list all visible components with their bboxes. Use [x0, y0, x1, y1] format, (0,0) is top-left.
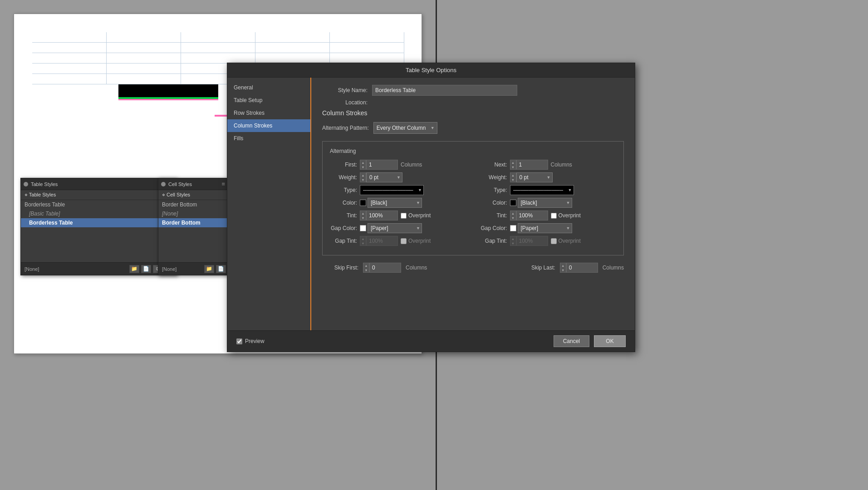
nav-item-general[interactable]: General: [227, 81, 310, 94]
cell-styles-item-border-header[interactable]: Border Bottom: [158, 200, 228, 209]
weight-row-1: Weight: ▲ ▼ 0 pt 0.25: [330, 172, 466, 182]
cancel-button[interactable]: Cancel: [554, 335, 589, 347]
cell-styles-item-none[interactable]: [None]: [158, 209, 228, 218]
gap-tint-spinner-1-down[interactable]: ▼: [360, 241, 366, 245]
next-spinner[interactable]: ▲ ▼: [510, 160, 516, 170]
tint-value-1-input[interactable]: [366, 211, 398, 220]
next-spinner-down[interactable]: ▼: [510, 165, 516, 169]
nav-item-table-setup[interactable]: Table Setup: [227, 94, 310, 107]
table-styles-item-borderless-header[interactable]: Borderless Table ⚡: [21, 200, 177, 209]
first-value-input[interactable]: [366, 160, 398, 170]
first-row: First: ▲ ▼ Columns: [330, 160, 466, 170]
weight-spinner-1-up[interactable]: ▲: [360, 173, 366, 177]
first-spinner-up[interactable]: ▲: [360, 160, 366, 165]
type-row-2: Type: ───────────── - - - - - - - ▼: [480, 185, 617, 195]
cell-styles-close-icon[interactable]: [161, 182, 166, 186]
weight-select-1[interactable]: 0 pt 0.25 pt 0.5 pt 1 pt: [366, 172, 402, 182]
skip-last-input[interactable]: [566, 263, 598, 273]
gap-color-select-2[interactable]: [Paper] [Black] [None]: [518, 223, 572, 233]
gap-color-swatch-2: [510, 225, 516, 231]
table-style-options-dialog: Table Style Options General Table Setup …: [227, 63, 635, 352]
load-styles-button[interactable]: 📁: [129, 265, 139, 273]
tint-spinner-1-down[interactable]: ▼: [360, 216, 366, 220]
tint-value-2-input[interactable]: [516, 211, 548, 220]
dialog-content-area: Style Name: Location: Column Strokes Alt…: [311, 78, 635, 330]
alternating-right-col: Next: ▲ ▼ Columns: [480, 160, 617, 249]
cell-styles-titlebar: Cell Styles ≡: [158, 178, 228, 190]
weight-label-2: Weight:: [480, 174, 507, 181]
preview-checkbox[interactable]: [236, 338, 242, 344]
next-row: Next: ▲ ▼ Columns: [480, 160, 617, 170]
gap-tint-row-2: Gap Tint: ▲ ▼ O: [480, 236, 617, 246]
color-select-2[interactable]: [Black] [Paper] [None]: [518, 198, 572, 208]
nav-item-fills[interactable]: Fills: [227, 132, 310, 145]
subheader-title: Table Styles: [29, 192, 56, 197]
next-value-input[interactable]: [516, 160, 548, 170]
tint-spinner-1[interactable]: ▲ ▼: [360, 211, 366, 220]
new-style-button[interactable]: 📄: [141, 265, 151, 273]
weight-select-2[interactable]: 0 pt 0.25 pt 0.5 pt: [516, 172, 553, 182]
skip-first-spinner-up[interactable]: ▲: [363, 263, 369, 268]
cell-styles-footer: [None] 📁 📄: [158, 262, 228, 275]
location-row: Location:: [322, 99, 624, 106]
alternating-two-col: First: ▲ ▼ Columns: [330, 160, 616, 249]
nav-item-column-strokes[interactable]: Column Strokes: [227, 119, 310, 132]
skip-first-spinner[interactable]: ▲ ▼: [363, 263, 369, 273]
cell-styles-panel-title: Cell Styles: [168, 181, 192, 187]
next-label: Next:: [480, 162, 507, 168]
table-styles-subheader: ⋄ Table Styles: [21, 190, 177, 200]
skip-last-spinner-up[interactable]: ▲: [560, 263, 566, 268]
gap-tint-row-1: Gap Tint: ▲ ▼ O: [330, 236, 466, 246]
gap-overprint-checkbox-2[interactable]: [551, 238, 557, 244]
gap-tint-spinner-2-up[interactable]: ▲: [510, 236, 516, 241]
next-spinner-up[interactable]: ▲: [510, 160, 516, 165]
tint-spinner-1-up[interactable]: ▲: [360, 211, 366, 216]
overprint-checkbox-1[interactable]: [401, 213, 407, 219]
gap-tint-spinner-2[interactable]: ▲ ▼: [510, 236, 516, 246]
color-label-2: Color:: [480, 200, 507, 206]
table-styles-item-basic[interactable]: [Basic Table]: [21, 209, 177, 218]
first-spinner-down[interactable]: ▼: [360, 165, 366, 169]
skip-first-input[interactable]: [369, 263, 401, 273]
tint-spinner-2[interactable]: ▲ ▼: [510, 211, 516, 220]
style-name-label: Style Name:: [322, 87, 372, 93]
weight-spinner-1-down[interactable]: ▼: [360, 177, 366, 182]
alternating-pattern-select[interactable]: Every Other Column Custom Column None: [373, 122, 437, 134]
cell-new-style-button[interactable]: 📄: [216, 265, 226, 273]
gap-tint-value-2-input[interactable]: [516, 236, 548, 246]
gap-overprint-checkbox-1[interactable]: [401, 238, 407, 244]
tint-spinner-2-up[interactable]: ▲: [510, 211, 516, 216]
cell-styles-footer-none: [None]: [160, 266, 178, 272]
tint-label-2: Tint:: [480, 212, 507, 219]
close-icon[interactable]: [24, 182, 28, 186]
table-styles-item-borderless[interactable]: Borderless Table: [21, 218, 177, 227]
nav-item-row-strokes[interactable]: Row Strokes: [227, 107, 310, 119]
cell-panel-menu-icon[interactable]: ≡: [221, 181, 225, 187]
type-select-1[interactable]: ───────────── - - - - - - -: [360, 185, 424, 195]
cell-load-styles-button[interactable]: 📁: [204, 265, 214, 273]
weight-spinner-1[interactable]: ▲ ▼: [360, 172, 366, 182]
skip-last-spinner[interactable]: ▲ ▼: [560, 263, 566, 273]
gap-tint-spinner-1-up[interactable]: ▲: [360, 236, 366, 241]
gap-tint-value-1-input[interactable]: [366, 236, 398, 246]
skip-last-spinner-down[interactable]: ▼: [560, 268, 566, 272]
style-name-input[interactable]: [372, 85, 517, 96]
gap-tint-spinner-2-down[interactable]: ▼: [510, 241, 516, 245]
overprint-label-1: Overprint: [408, 212, 431, 219]
table-styles-footer: [None] 📁 📄 ⧉ 🗑: [21, 262, 177, 275]
skip-last-unit: Columns: [603, 265, 624, 271]
first-spinner[interactable]: ▲ ▼: [360, 160, 366, 170]
cell-styles-item-border-bottom[interactable]: Border Bottom: [158, 218, 228, 227]
type-select-2[interactable]: ───────────── - - - - - - -: [510, 185, 574, 195]
color-swatch-2: [510, 200, 516, 206]
skip-first-spinner-down[interactable]: ▼: [363, 268, 369, 272]
gap-color-select-1[interactable]: [Paper] [Black] [None]: [368, 223, 422, 233]
color-select-1[interactable]: [Black] [Paper] [None]: [368, 198, 422, 208]
overprint-checkbox-2[interactable]: [551, 213, 557, 219]
tint-spinner-2-down[interactable]: ▼: [510, 216, 516, 220]
weight-spinner-2[interactable]: ▲ ▼: [510, 172, 516, 182]
gap-tint-spinner-1[interactable]: ▲ ▼: [360, 236, 366, 246]
weight-spinner-2-down[interactable]: ▼: [510, 177, 516, 182]
ok-button[interactable]: OK: [594, 335, 626, 347]
weight-spinner-2-up[interactable]: ▲: [510, 173, 516, 177]
